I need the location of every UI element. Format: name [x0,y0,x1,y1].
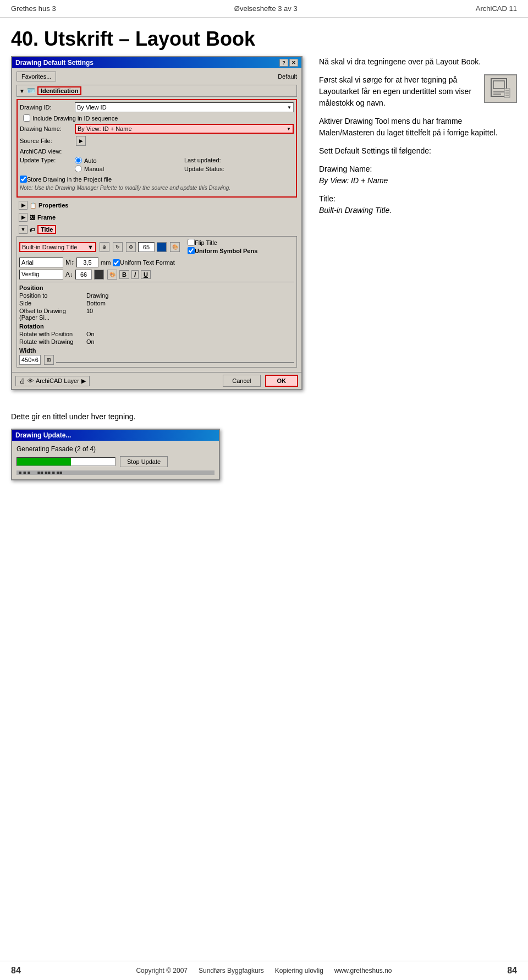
drawing-id-select[interactable]: By View ID ▼ [75,102,294,112]
font-select[interactable]: Arial [19,258,63,267]
font-size-input[interactable] [76,258,98,267]
settings-icon-btn[interactable]: ⚙ [126,242,136,252]
uniform-pens-row: Uniform Symbol Pens [188,247,257,254]
rotate-icon-btn[interactable]: ↻ [113,242,123,252]
auto-label: Auto [84,157,97,164]
stop-update-button[interactable]: Stop Update [120,456,168,467]
store-drawing-checkbox[interactable] [20,176,27,183]
include-seq-checkbox[interactable] [23,114,30,122]
header-right: ArchiCAD 11 [476,4,517,13]
title-type-select[interactable]: Built-in Drawing Title ▼ [19,242,96,252]
symbol-icon-btn[interactable]: ⊕ [100,242,109,252]
size-display: 450×6 [19,355,41,365]
drawing-id-row: Drawing ID: By View ID ▼ [20,102,294,112]
collapse-icon: ▶ [19,213,28,222]
right-para3: Aktiver Drawing Tool mens du har framme … [319,116,517,139]
note-text: Note: Use the Drawing Manager Palette to… [20,185,294,191]
layer-arrow-icon: ▶ [81,377,86,385]
size-options-btn[interactable]: ⊞ [44,355,54,365]
vestlig-select[interactable]: Vestlig [19,270,63,280]
flip-title-row: Flip Title [188,239,257,246]
favorites-default-row: Favorites... Default [16,72,297,81]
underline-button[interactable]: U [141,270,151,279]
last-updated-label: Last updated: [184,157,294,163]
width-row: 450×6 ⊞ [19,355,294,365]
pen-number-input[interactable] [75,270,92,280]
right-para1: Nå skal vi dra tegningene over på Layout… [319,56,517,68]
text-color-box[interactable] [94,270,104,280]
offset-value: 10 [86,308,294,321]
favorites-button[interactable]: Favorites... [16,72,56,81]
properties-section: ▶ 📋 Properties [16,200,297,211]
help-button[interactable]: ? [279,59,288,67]
main-content: Drawing Default Settings ? ✕ Favorites..… [0,56,528,396]
drawing-id-label: Drawing ID: [20,104,75,111]
title-section: ▼ 🏷 Title Built-in Drawing Title ▼ [16,224,297,368]
bottom-buttons: Cancel OK [223,375,298,387]
color-btn[interactable]: 🎨 [170,242,180,252]
eye-icon: 👁 [28,377,34,384]
uniform-text-label: Uniform Text Format [120,259,174,266]
update-type-row: Update Type: Auto Manual [20,157,294,173]
ok-button[interactable]: OK [265,375,299,387]
source-file-button[interactable]: ▶ [76,136,86,146]
properties-label: Properties [38,202,68,209]
angle-input[interactable] [138,242,155,252]
update-type-label: Update Type: [20,157,75,163]
layer-button[interactable]: 🖨 👁 ArchiCAD Layer ▶ [15,376,90,386]
page-title: 40. Utskrift – Layout Book [0,18,528,56]
font-row: Arial M↕ mm Uniform Text Format [19,258,294,267]
footer-website: www.gretheshus.no [334,967,392,974]
dropdown-arrow-icon: ▼ [287,105,292,110]
cancel-button[interactable]: Cancel [223,375,260,387]
uniform-text-row: Uniform Text Format [113,259,174,266]
bottom-right [258,407,517,480]
section-arrow: ▼ [19,88,25,94]
footer-center: Copyright © 2007 Sundførs Byggfagkurs Ko… [136,967,392,974]
width-section: Width 450×6 ⊞ [19,347,294,365]
close-button[interactable]: ✕ [289,59,298,67]
uniform-text-checkbox[interactable] [113,259,120,266]
title-info-label: Title: [319,194,336,203]
auto-radio[interactable] [75,157,82,164]
flip-title-checkbox[interactable] [188,239,195,246]
title-header[interactable]: ▼ 🏷 Title [16,224,297,235]
title-section-body: Built-in Drawing Title ▼ ⊕ ↻ ⚙ 🎨 [16,236,297,368]
drawing-tool-icon [484,74,517,103]
title-info: Title: Built-in Drawing Title. [319,193,517,216]
bold-button[interactable]: B [119,270,129,279]
bottom-section: Dette gir en tittel under hver tegning. … [0,396,528,486]
size-line [56,362,294,363]
properties-header[interactable]: ▶ 📋 Properties [16,200,297,211]
drawing-update-dialog: Drawing Update... Generating Fasade (2 o… [11,429,220,480]
position-to-label: Position to [19,292,85,299]
color-selector[interactable] [157,242,167,252]
identification-label: Identification [37,86,81,95]
drawing-name-row: Drawing Name: By View: ID + Name ▼ [20,124,294,134]
footer-copyright: Copyright © 2007 [136,967,188,974]
italic-button[interactable]: I [131,270,139,279]
footer-warning: Kopiering ulovlig [275,967,323,974]
drawing-name-info-value: By View: ID + Name [319,176,388,185]
caption-text: Dette gir en tittel under hver tegning. [11,407,248,421]
taskbar-strip: ■ ■ ■ ■■ ■■ ■ ■■ [16,470,215,475]
right-para4: Sett Default Settings til følgende: [319,145,517,157]
uniform-pens-checkbox[interactable] [188,247,195,254]
properties-icon: 📋 [30,202,36,209]
frame-icon: 🖼 [30,215,35,221]
text-color-btn[interactable]: 🎨 [107,270,117,280]
side-value: Bottom [86,300,294,306]
frame-header[interactable]: ▶ 🖼 Frame [16,212,297,223]
drawing-name-select[interactable]: By View: ID + Name ▼ [75,124,294,134]
progress-row: Stop Update [16,456,215,467]
rotation-header: Rotation [19,323,294,330]
update-body: Generating Fasade (2 of 4) Stop Update ■… [12,441,219,479]
identification-header[interactable]: ▼ 🪪 Identification [16,85,297,97]
position-section: Position Position to Drawing Side Bottom… [19,282,294,321]
manual-radio[interactable] [75,165,82,172]
store-drawing-label: Store Drawing in the Project file [27,176,112,183]
include-seq-label: Include Drawing in ID sequence [32,115,118,122]
drawing-name-info-label: Drawing Name: [319,165,372,173]
identification-box: Drawing ID: By View ID ▼ Include Drawing… [16,99,297,198]
id-icon: 🪪 [27,87,35,95]
